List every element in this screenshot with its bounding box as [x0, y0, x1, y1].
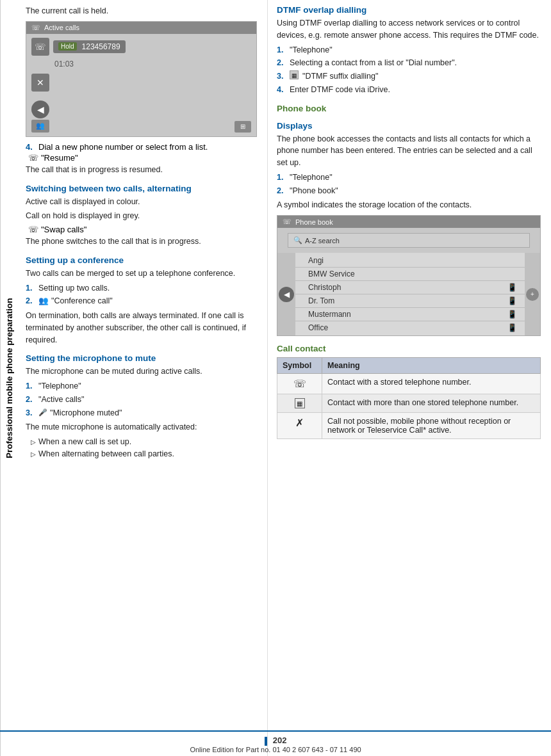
symbol-cell: ▦	[277, 394, 322, 413]
table-col2-header: Meaning	[322, 358, 541, 374]
dtmf-intro: Using DTMF overlap dialling to access ne…	[277, 17, 541, 42]
mute-bullet2: When alternating between call parties.	[26, 448, 257, 460]
mute-step2-text: "Active calls"	[38, 394, 84, 406]
intro-text: The current call is held.	[26, 5, 257, 17]
phonebook-steps: 1. "Telephone" 2. "Phone book"	[277, 172, 541, 197]
callcontact-heading: Call contact	[277, 344, 541, 353]
mute-bullets: When a new call is set up. When alternat…	[26, 436, 257, 460]
pb-step2-text: "Phone book"	[290, 185, 338, 197]
mute-step1-num: 1.	[26, 380, 36, 392]
mute-step2: 2. "Active calls"	[26, 394, 257, 406]
screenshot-icon2: ✕	[31, 74, 49, 92]
sidebar-label: Professional mobile phone preparation	[0, 0, 18, 756]
page-number: 202	[273, 736, 287, 745]
mute-step3-num: 3.	[26, 407, 36, 419]
swap-icon: ☏	[28, 225, 38, 234]
mute-auto-text: The mute microphone is automatically act…	[26, 421, 257, 433]
meaning-cell: Call not possible, mobile phone without …	[322, 413, 541, 439]
mute-bullet1-text: When a new call is set up.	[38, 436, 131, 448]
pb-contacts-list: Angi BMW Service Christoph 📱 Dr. To	[295, 253, 525, 335]
screenshot-icon1: ☏	[31, 38, 49, 56]
dtmf-step3: 3. ▦ "DTMF suffix dialling"	[277, 70, 541, 83]
dtmf-step4: 4. Enter DTMF code via iDrive.	[277, 84, 541, 96]
screenshot-bottom-icons: ⊞	[234, 121, 251, 133]
dtmf-steps: 1. "Telephone" 2. Selecting a contact fr…	[277, 44, 541, 96]
switch-progress-text: The phone switches to the call that is i…	[26, 236, 257, 248]
pb-step1: 1. "Telephone"	[277, 172, 541, 184]
pb-contact-mustermann: Mustermann 📱	[295, 308, 525, 321]
active-colour-text: Active call is displayed in colour.	[26, 196, 257, 208]
meaning-cell: Contact with more than one stored teleph…	[322, 394, 541, 413]
pb-contact-icon: 📱	[507, 310, 517, 319]
hold-time: 01:03	[31, 60, 251, 68]
dtmf-step4-num: 4.	[277, 84, 287, 96]
hold-grey-text: Call on hold is displayed in grey.	[26, 210, 257, 222]
meaning-cell: Contact with a stored telephone number.	[322, 374, 541, 394]
pb-title-icon: ☏	[283, 218, 292, 226]
pb-contact-icon: 📱	[507, 283, 517, 292]
step4-num: 4.	[26, 142, 36, 152]
left-column: The current call is held. ☏ Active calls…	[18, 0, 268, 756]
step1-num: 1.	[26, 282, 36, 294]
symbol-cell: ✗	[277, 413, 322, 439]
pb-nav-right-circle: +	[526, 288, 539, 301]
pb-contact-bmw: BMW Service	[295, 268, 525, 281]
table-row: ☏ Contact with a stored telephone number…	[277, 374, 541, 394]
pb-step1-num: 1.	[277, 172, 287, 184]
hold-number: 123456789	[82, 42, 120, 51]
switching-heading: Switching between two calls, alternating	[26, 184, 257, 193]
table-row: ✗ Call not possible, mobile phone withou…	[277, 413, 541, 439]
callcontact-table: Symbol Meaning ☏ Contact with a stored t…	[277, 357, 541, 439]
dtmf-step1-text: "Telephone"	[290, 44, 333, 56]
mute-bullet1: When a new call is set up.	[26, 436, 257, 448]
footer-text: Online Edition for Part no. 01 40 2 607 …	[190, 746, 361, 753]
screenshot-body: ☏ Hold 123456789 01:03 ✕	[26, 34, 256, 136]
step2-num: 2.	[26, 295, 36, 307]
mute-step3-text: "Microphone muted"	[50, 407, 122, 419]
pb-contact-icon: 📱	[507, 323, 517, 332]
pb-step1-text: "Telephone"	[290, 172, 333, 184]
mute-intro: The microphone can be muted during activ…	[26, 366, 257, 378]
pb-contact-icon: 📱	[507, 296, 517, 305]
hold-badge: Hold	[58, 42, 77, 51]
conference-steps: 1. Setting up two calls. 2. 👥 "Conferenc…	[26, 282, 257, 308]
dtmf-step2: 2. Selecting a contact from a list or "D…	[277, 57, 541, 69]
pb-contact-name: Dr. Tom	[308, 296, 334, 305]
search-icon: 🔍	[293, 236, 302, 245]
blue-bar-decoration	[265, 737, 267, 746]
pb-search-text: A-Z search	[305, 237, 340, 245]
mute-heading: Setting the microphone to mute	[26, 353, 257, 363]
swap-text: "Swap calls"	[41, 225, 86, 234]
dtmf-step3-icon: ▦	[290, 70, 299, 79]
phonebook-intro: The phone book accesses the contacts and…	[277, 133, 541, 169]
table-row: ▦ Contact with more than one stored tele…	[277, 394, 541, 413]
step4-row: 4. Dial a new phone number or select fro…	[26, 142, 257, 152]
screenshot-people-icon: 👥	[31, 120, 49, 133]
pb-contact-name: Angi	[308, 256, 324, 265]
dtmf-step1-num: 1.	[277, 44, 287, 56]
table-col1-header: Symbol	[277, 358, 322, 374]
pb-contact-christoph: Christoph 📱	[295, 281, 525, 294]
conference-heading: Setting up a conference	[26, 255, 257, 265]
dtmf-step2-text: Selecting a contact from a list or "Dial…	[290, 57, 457, 69]
pb-contact-name: BMW Service	[308, 269, 355, 278]
mute-step3: 3. 🎤 "Microphone muted"	[26, 407, 257, 419]
mute-steps: 1. "Telephone" 2. "Active calls" 3. 🎤 "M…	[26, 380, 257, 419]
phonebook-heading: Phone book	[277, 104, 541, 113]
conference-intro: Two calls can be merged to set up a tele…	[26, 268, 257, 280]
nav-left-circle: ◀	[31, 101, 49, 118]
mute-step3-icon: 🎤	[38, 407, 47, 419]
pb-step2: 2. "Phone book"	[277, 185, 541, 197]
pb-contact-name: Christoph	[308, 283, 341, 292]
pb-content-row: ◀ Angi BMW Service Christoph	[277, 253, 540, 335]
dtmf-step3-num: 3.	[277, 70, 287, 83]
page-footer: 202 Online Edition for Part no. 01 40 2 …	[0, 730, 551, 756]
pb-contact-office: Office 📱	[295, 321, 525, 334]
conference-step1: 1. Setting up two calls.	[26, 282, 257, 294]
pb-nav-left-circle: ◀	[279, 287, 294, 302]
pb-titlebar: ☏ Phone book	[277, 216, 540, 228]
step1-text: Setting up two calls.	[38, 282, 110, 294]
pb-title: Phone book	[295, 218, 333, 226]
pb-symbol-text: A symbol indicates the storage location …	[277, 199, 541, 211]
dtmf-step3-text: "DTMF suffix dialling"	[302, 70, 378, 83]
